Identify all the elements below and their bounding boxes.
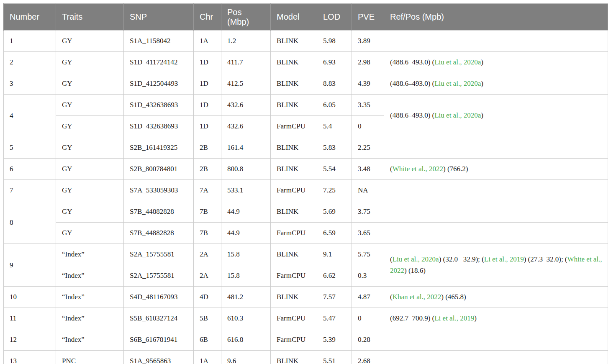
cell-snp: S5B_610327124: [124, 308, 194, 329]
column-header-snp: SNP: [124, 4, 194, 31]
cell-ref: (692.7–700.9) (Li et al., 2019): [384, 308, 608, 329]
cell-ref: [384, 180, 608, 201]
cell-ref: [384, 31, 608, 52]
citation-link[interactable]: Li et al., 2019: [484, 255, 524, 263]
cell-traits: “Index”: [56, 265, 124, 287]
cell-lod: 7.57: [317, 287, 352, 308]
cell-traits: PNC: [56, 351, 124, 364]
cell-ref: (488.6–493.0) (Liu et al., 2020a): [384, 52, 608, 73]
table-row: 9“Index”S2A_157555812A15.8BLINK9.15.75(L…: [4, 244, 608, 265]
cell-snp: S2B_161419325: [124, 137, 194, 159]
column-header-label: Number: [10, 12, 39, 22]
header-row: NumberTraitsSNPChrPos (Mbp)ModelLODPVERe…: [4, 4, 608, 31]
cell-ref: (488.6–493.0) (Liu et al., 2020a): [384, 73, 608, 95]
cell-traits: GY: [56, 95, 124, 116]
column-header-label: Chr: [200, 12, 213, 22]
cell-model: BLINK: [271, 351, 317, 364]
ref-text: (488.6–493.0) (: [390, 111, 434, 119]
table-row: 11“Index”S5B_6103271245B610.3FarmCPU5.47…: [4, 308, 608, 329]
cell-snp: S1D_411724142: [124, 52, 194, 73]
cell-number: 2: [4, 52, 56, 73]
cell-ref: [384, 351, 608, 364]
cell-pve: 2.98: [352, 52, 384, 73]
cell-number: 8: [4, 201, 56, 244]
table-row: GYS7B_448828287B44.9FarmCPU6.593.65: [4, 223, 608, 244]
cell-snp: S7B_44882828: [124, 201, 194, 223]
cell-pve: 0: [352, 308, 384, 329]
cell-pve: 2.68: [352, 351, 384, 364]
cell-number: 3: [4, 73, 56, 95]
citation-link[interactable]: Liu et al., 2020a: [434, 58, 481, 66]
cell-lod: 9.1: [317, 244, 352, 265]
cell-traits: “Index”: [56, 329, 124, 351]
column-header-label: Traits: [62, 12, 82, 22]
cell-traits: GY: [56, 201, 124, 223]
cell-traits: GY: [56, 137, 124, 159]
cell-model: FarmCPU: [271, 180, 317, 201]
cell-model: BLINK: [271, 52, 317, 73]
cell-number: 11: [4, 308, 56, 329]
cell-lod: 7.25: [317, 180, 352, 201]
cell-chr: 7A: [194, 180, 221, 201]
cell-pve: 3.48: [352, 159, 384, 180]
cell-snp: S2A_15755581: [124, 244, 194, 265]
cell-ref: [384, 329, 608, 351]
ref-text: ) (465.8): [441, 293, 466, 301]
cell-traits: GY: [56, 223, 124, 244]
citation-link[interactable]: White et al., 2022: [393, 165, 443, 173]
cell-chr: 2B: [194, 137, 221, 159]
cell-lod: 6.05: [317, 95, 352, 116]
ref-text: ) (32.0 –32.9); (: [439, 255, 484, 263]
cell-number: 1: [4, 31, 56, 52]
ref-text: ): [481, 58, 483, 66]
ref-text: (488.6–493.0) (: [390, 58, 434, 66]
cell-model: BLINK: [271, 201, 317, 223]
cell-pos: 610.3: [221, 308, 271, 329]
citation-link[interactable]: Liu et al., 2020a: [393, 255, 439, 263]
ref-text: ) (18.6): [404, 267, 426, 274]
ref-text: ): [481, 79, 483, 87]
cell-lod: 5.47: [317, 308, 352, 329]
cell-chr: 1A: [194, 351, 221, 364]
citation-link[interactable]: Liu et al., 2020a: [434, 79, 481, 87]
cell-pos: 1.2: [221, 31, 271, 52]
table-row: 6GYS2B_8007848012B800.8BLINK5.543.48(Whi…: [4, 159, 608, 180]
cell-chr: 6B: [194, 329, 221, 351]
citation-link[interactable]: Liu et al., 2020a: [434, 111, 481, 119]
gwas-results-table: NumberTraitsSNPChrPos (Mbp)ModelLODPVERe…: [3, 3, 608, 364]
cell-chr: 5B: [194, 308, 221, 329]
cell-snp: S6B_616781941: [124, 329, 194, 351]
column-header-ref: Ref/Pos (Mpb): [384, 4, 608, 31]
table-header: NumberTraitsSNPChrPos (Mbp)ModelLODPVERe…: [4, 4, 608, 31]
cell-snp: S1D_432638693: [124, 95, 194, 116]
cell-pve: 4.87: [352, 287, 384, 308]
cell-model: BLINK: [271, 95, 317, 116]
cell-number: 4: [4, 95, 56, 137]
table-row: 5GYS2B_1614193252B161.4BLINK5.832.25: [4, 137, 608, 159]
cell-snp: S7A_533059303: [124, 180, 194, 201]
cell-chr: 1D: [194, 52, 221, 73]
cell-lod: 5.39: [317, 329, 352, 351]
cell-model: BLINK: [271, 159, 317, 180]
cell-lod: 5.98: [317, 31, 352, 52]
column-header-label: PVE: [358, 12, 375, 22]
cell-chr: 2A: [194, 244, 221, 265]
cell-ref: (Khan et al., 2022) (465.8): [384, 287, 608, 308]
citation-link[interactable]: Li et al., 2019: [434, 314, 474, 322]
column-header-pve: PVE: [352, 4, 384, 31]
table-row: 4GYS1D_4326386931D432.6BLINK6.053.35(488…: [4, 95, 608, 116]
cell-chr: 1A: [194, 31, 221, 52]
cell-chr: 1D: [194, 116, 221, 137]
cell-number: 13: [4, 351, 56, 364]
cell-chr: 2A: [194, 265, 221, 287]
citation-link[interactable]: Khan et al., 2022: [393, 293, 442, 301]
cell-pve: 3.75: [352, 201, 384, 223]
table-row: 12“Index”S6B_6167819416B616.8FarmCPU5.39…: [4, 329, 608, 351]
cell-snp: S2A_15755581: [124, 265, 194, 287]
table-row: 2GYS1D_4117241421D411.7BLINK6.932.98(488…: [4, 52, 608, 73]
cell-pos: 412.5: [221, 73, 271, 95]
cell-pve: 4.39: [352, 73, 384, 95]
cell-pve: 3.35: [352, 95, 384, 116]
cell-number: 6: [4, 159, 56, 180]
cell-number: 9: [4, 244, 56, 287]
